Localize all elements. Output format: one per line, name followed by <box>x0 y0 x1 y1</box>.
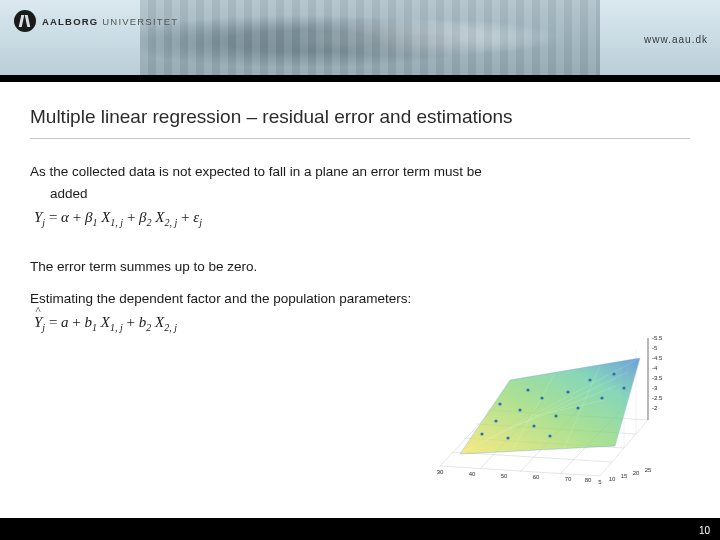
svg-text:30: 30 <box>437 469 444 475</box>
svg-point-52 <box>588 378 591 381</box>
svg-text:-4.5: -4.5 <box>652 355 663 361</box>
header-divider <box>0 75 720 82</box>
svg-text:60: 60 <box>533 474 540 480</box>
svg-point-44 <box>494 419 497 422</box>
svg-text:80: 80 <box>585 477 592 483</box>
svg-text:-3: -3 <box>652 385 658 391</box>
paragraph-2: The error term summes up to be zero. <box>30 258 690 276</box>
formula-1: Yj = α + β1 X1, j + β2 X2, j + εj <box>34 207 690 230</box>
svg-point-51 <box>576 406 579 409</box>
svg-point-45 <box>506 436 509 439</box>
paragraph-1-line-2: added <box>30 185 690 203</box>
svg-text:10: 10 <box>609 476 616 482</box>
header-photo <box>140 0 600 75</box>
svg-text:-2: -2 <box>652 405 658 411</box>
slide-number: 10 <box>699 525 710 536</box>
paragraph-1-line-1: As the collected data is not expected to… <box>30 163 690 181</box>
svg-text:-4: -4 <box>652 365 658 371</box>
logo-text: AALBORG UNIVERSITET <box>42 16 178 27</box>
svg-text:25: 25 <box>645 467 652 473</box>
svg-point-49 <box>554 414 557 417</box>
slide-title: Multiple linear regression – residual er… <box>30 106 690 139</box>
svg-text:-3.5: -3.5 <box>652 375 663 381</box>
paragraph-3: Estimating the dependent factor and the … <box>30 290 690 308</box>
svg-text:20: 20 <box>633 470 640 476</box>
svg-text:40: 40 <box>469 471 476 477</box>
svg-point-50 <box>566 390 569 393</box>
svg-point-53 <box>600 396 603 399</box>
svg-text:-5.5: -5.5 <box>652 335 663 341</box>
svg-point-58 <box>498 402 501 405</box>
svg-text:15: 15 <box>621 473 628 479</box>
svg-text:50: 50 <box>501 473 508 479</box>
regression-3d-plot: -5.5 -5 -4.5 -4 -3.5 -3 -2.5 -2 5 10 15 … <box>400 326 680 486</box>
svg-point-47 <box>532 424 535 427</box>
svg-point-57 <box>526 388 529 391</box>
svg-point-56 <box>548 434 551 437</box>
svg-point-46 <box>518 408 521 411</box>
footer-bar: 10 <box>0 518 720 540</box>
svg-point-48 <box>540 396 543 399</box>
svg-text:-2.5: -2.5 <box>652 395 663 401</box>
header-url: www.aau.dk <box>644 34 708 45</box>
logo-text-strong: AALBORG <box>42 16 98 27</box>
logo-mark-icon <box>14 10 36 32</box>
svg-text:-5: -5 <box>652 345 658 351</box>
svg-point-54 <box>612 372 615 375</box>
header-banner: AALBORG UNIVERSITET www.aau.dk <box>0 0 720 82</box>
slide-content: As the collected data is not expected to… <box>30 163 690 335</box>
svg-point-43 <box>480 432 483 435</box>
logo-text-light: UNIVERSITET <box>98 16 178 27</box>
svg-point-55 <box>622 386 625 389</box>
university-logo: AALBORG UNIVERSITET <box>14 10 178 32</box>
svg-text:70: 70 <box>565 476 572 482</box>
